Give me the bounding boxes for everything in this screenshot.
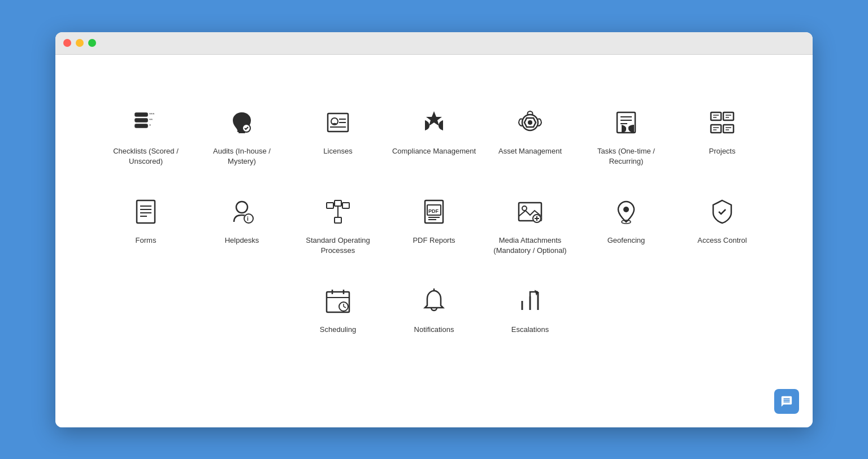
svg-text:**: ** bbox=[149, 117, 153, 123]
feature-row-1: FormsiHelpdesksStandard Operating Proces… bbox=[89, 189, 779, 261]
feature-item-audits[interactable]: Audits (In-house / Mystery) bbox=[194, 100, 290, 172]
titlebar bbox=[55, 32, 813, 55]
audit-icon bbox=[225, 106, 259, 139]
maximize-button[interactable] bbox=[88, 39, 96, 47]
svg-rect-1 bbox=[136, 119, 147, 121]
feature-item-notifications[interactable]: Notifications bbox=[386, 278, 482, 340]
svg-rect-0 bbox=[136, 113, 147, 116]
tasks-icon bbox=[609, 106, 643, 139]
notifications-icon bbox=[417, 284, 451, 318]
close-button[interactable] bbox=[63, 39, 71, 47]
feature-item-escalations[interactable]: Escalations bbox=[482, 278, 578, 340]
feature-label-tasks: Tasks (One-time / Recurring) bbox=[584, 146, 669, 167]
svg-point-61 bbox=[623, 207, 629, 212]
svg-point-37 bbox=[236, 202, 248, 213]
feature-label-media: Media Attachments (Mandatory / Optional) bbox=[488, 235, 572, 256]
svg-rect-43 bbox=[335, 200, 341, 206]
license-icon bbox=[321, 106, 355, 139]
feature-row-2: SchedulingNotificationsEscalations bbox=[89, 278, 779, 340]
minimize-button[interactable] bbox=[76, 39, 84, 47]
svg-rect-7 bbox=[238, 132, 245, 133]
feature-item-geofencing[interactable]: Geofencing bbox=[578, 189, 674, 261]
helpdesks-icon: i bbox=[225, 195, 259, 229]
svg-text:i: i bbox=[247, 216, 249, 222]
svg-rect-21 bbox=[723, 112, 734, 120]
feature-item-scheduling[interactable]: Scheduling bbox=[290, 278, 386, 340]
escalations-icon bbox=[513, 284, 547, 318]
feature-item-forms[interactable]: Forms bbox=[98, 189, 194, 261]
svg-rect-44 bbox=[342, 203, 349, 208]
feature-label-forms: Forms bbox=[136, 235, 157, 246]
feature-label-compliance: Compliance Management bbox=[392, 146, 476, 156]
svg-text:*: * bbox=[149, 123, 151, 128]
svg-text:***: *** bbox=[149, 112, 154, 117]
asset-icon bbox=[513, 106, 547, 139]
feature-item-media[interactable]: Media Attachments (Mandatory / Optional) bbox=[482, 189, 578, 261]
feature-item-helpdesks[interactable]: iHelpdesks bbox=[194, 189, 290, 261]
checklist-icon: *** ** * bbox=[129, 106, 163, 139]
feature-label-asset-management: Asset Management bbox=[498, 146, 562, 156]
svg-point-55 bbox=[522, 206, 527, 211]
projects-icon bbox=[705, 106, 739, 139]
sop-icon bbox=[321, 195, 355, 229]
feature-label-sop: Standard Operating Processes bbox=[296, 235, 380, 256]
feature-item-projects[interactable]: Projects bbox=[674, 100, 770, 172]
feature-label-projects: Projects bbox=[709, 146, 736, 156]
scheduling-icon bbox=[321, 284, 355, 318]
feature-label-escalations: Escalations bbox=[511, 325, 549, 335]
main-content: *** ** * Checklists (Scored / Unscored)A… bbox=[55, 55, 813, 427]
feature-label-licenses: Licenses bbox=[323, 146, 352, 156]
feature-item-compliance[interactable]: Compliance Management bbox=[386, 100, 482, 172]
pdf-icon: PDF bbox=[417, 195, 451, 229]
svg-rect-2 bbox=[136, 125, 147, 127]
feature-item-licenses[interactable]: Licenses bbox=[290, 100, 386, 172]
svg-rect-23 bbox=[723, 125, 734, 133]
access-icon bbox=[705, 195, 739, 229]
svg-point-15 bbox=[528, 120, 532, 125]
feature-label-audits: Audits (In-house / Mystery) bbox=[199, 146, 284, 167]
feature-label-checklists: Checklists (Scored / Unscored) bbox=[103, 146, 188, 167]
feature-item-asset-management[interactable]: Asset Management bbox=[482, 100, 578, 172]
feature-label-notifications: Notifications bbox=[414, 325, 454, 335]
feature-item-sop[interactable]: Standard Operating Processes bbox=[290, 189, 386, 261]
svg-rect-45 bbox=[335, 217, 341, 223]
media-icon bbox=[513, 195, 547, 229]
feature-item-pdf-reports[interactable]: PDFPDF Reports bbox=[386, 189, 482, 261]
svg-text:PDF: PDF bbox=[428, 208, 439, 214]
geofencing-icon bbox=[609, 195, 643, 229]
chat-button[interactable] bbox=[774, 389, 799, 414]
svg-rect-42 bbox=[327, 203, 333, 208]
feature-item-tasks[interactable]: Tasks (One-time / Recurring) bbox=[578, 100, 674, 172]
svg-rect-32 bbox=[137, 200, 155, 223]
app-window: *** ** * Checklists (Scored / Unscored)A… bbox=[55, 32, 813, 427]
feature-label-access-control: Access Control bbox=[697, 235, 747, 246]
feature-item-access-control[interactable]: Access Control bbox=[674, 189, 770, 261]
traffic-lights bbox=[63, 39, 96, 47]
feature-label-helpdesks: Helpdesks bbox=[225, 235, 259, 246]
feature-label-pdf-reports: PDF Reports bbox=[413, 235, 455, 246]
svg-rect-20 bbox=[711, 112, 721, 120]
feature-label-geofencing: Geofencing bbox=[607, 235, 645, 246]
compliance-icon bbox=[417, 106, 451, 139]
features-grid: *** ** * Checklists (Scored / Unscored)A… bbox=[89, 100, 779, 341]
feature-item-checklists[interactable]: *** ** * Checklists (Scored / Unscored) bbox=[98, 100, 194, 172]
feature-row-0: *** ** * Checklists (Scored / Unscored)A… bbox=[89, 100, 779, 172]
svg-rect-22 bbox=[711, 125, 721, 133]
feature-label-scheduling: Scheduling bbox=[320, 325, 356, 335]
forms-icon bbox=[129, 195, 163, 229]
